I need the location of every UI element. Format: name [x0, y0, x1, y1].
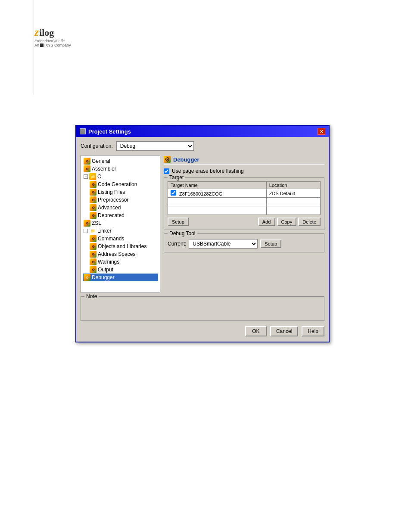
tree-item-assembler[interactable]: ⚙ Assembler: [83, 165, 158, 173]
tree-item-preprocessor[interactable]: ⚙ Preprocessor: [83, 196, 158, 204]
gear-icon: ⚙: [84, 274, 90, 281]
page-erase-checkbox[interactable]: [164, 168, 169, 174]
debugger-header: ⚙ Debugger: [164, 155, 324, 165]
tree-label-assembler: Assembler: [92, 166, 116, 172]
logo-area: z ilog Embedded in Life An IXYS Company: [34, 26, 71, 47]
tree-label-warnings: Warnings: [98, 259, 119, 265]
tree-item-address-spaces[interactable]: ⚙ Address Spaces: [83, 250, 158, 258]
checkbox-label: Use page erase before flashing: [172, 168, 244, 174]
debug-tool-row: Current: USBSmartCable Other Setup: [168, 237, 321, 249]
config-row: Configuration: Debug Release: [81, 141, 324, 151]
debugger-panel: ⚙ Debugger Use page erase before flashin…: [164, 155, 324, 293]
tree-label-deprecated: Deprecated: [98, 212, 125, 218]
debugger-icon: ⚙: [164, 156, 171, 163]
note-legend: Note: [84, 293, 99, 299]
gear-icon: ⚙: [84, 158, 90, 165]
tree-item-general[interactable]: ⚙ General: [83, 157, 158, 165]
tree-item-output[interactable]: ⚙ Output: [83, 266, 158, 274]
gear-icon: ⚙: [90, 251, 97, 258]
copy-button[interactable]: Copy: [277, 218, 297, 226]
dialog-body: Configuration: Debug Release ⚙ General ⚙…: [76, 137, 329, 342]
tree-label-preprocessor: Preprocessor: [98, 197, 128, 203]
tree-panel: ⚙ General ⚙ Assembler − 📁 C ⚙ Code Gener…: [81, 155, 160, 293]
tree-item-listing-files[interactable]: ⚙ Listing Files: [83, 188, 158, 196]
tree-label-linker: Linker: [97, 228, 112, 234]
tree-item-debugger[interactable]: ⚙ Debugger: [83, 274, 158, 281]
tree-label-c: C: [97, 174, 101, 180]
tree-item-c[interactable]: − 📁 C: [83, 173, 158, 180]
ixys-box-icon: [40, 44, 44, 47]
gear-icon: ⚙: [84, 165, 90, 172]
current-label: Current:: [168, 241, 186, 247]
close-button[interactable]: ✕: [318, 128, 325, 135]
tree-item-objects-libs[interactable]: ⚙ Objects and Libraries: [83, 243, 158, 250]
table-row[interactable]: Z8F16800128ZCOG ZDS Default: [168, 189, 321, 198]
add-button[interactable]: Add: [258, 218, 275, 226]
debug-tool-setup-button[interactable]: Setup: [260, 240, 281, 248]
help-button[interactable]: Help: [302, 326, 324, 336]
col-location: Location: [266, 182, 320, 189]
logo-ilog: ilog: [39, 27, 54, 38]
collapse-icon[interactable]: −: [84, 174, 88, 179]
col-target-name: Target Name: [168, 182, 267, 189]
tree-label-listing-files: Listing Files: [98, 189, 125, 195]
checkbox-row: Use page erase before flashing: [164, 168, 324, 174]
gear-icon: ⚙: [90, 243, 97, 250]
gear-icon: ⚙: [90, 235, 97, 242]
collapse-icon[interactable]: −: [84, 229, 88, 233]
target-row-checkbox[interactable]: [171, 190, 176, 196]
tree-item-zsl[interactable]: ⚙ ZSL: [83, 219, 158, 227]
gear-icon: ⚙: [90, 189, 97, 196]
target-legend: Target: [168, 174, 185, 180]
note-area: Note: [81, 296, 324, 321]
tree-item-commands[interactable]: ⚙ Commands: [83, 235, 158, 243]
target-name-value: Z8F16800128ZCOG: [179, 191, 222, 196]
config-select[interactable]: Debug Release: [116, 141, 194, 151]
logo-z: z: [34, 26, 39, 39]
delete-button[interactable]: Delete: [298, 218, 321, 226]
tree-label-debugger: Debugger: [92, 274, 115, 280]
folder-icon: 📁: [89, 227, 96, 234]
debug-tool-legend: Debug Tool: [168, 230, 197, 236]
dialog-icon: [80, 128, 86, 134]
dialog-titlebar: Project Settings ✕: [76, 126, 329, 137]
target-group-box: Target Target Name Location: [164, 177, 324, 230]
tree-item-warnings[interactable]: ⚙ Warnings: [83, 258, 158, 266]
tree-item-code-gen[interactable]: ⚙ Code Generation: [83, 180, 158, 188]
tree-item-deprecated[interactable]: ⚙ Deprecated: [83, 212, 158, 219]
tree-label-objects-libs: Objects and Libraries: [98, 243, 146, 249]
target-btn-row: Setup Add Copy Delete: [168, 218, 321, 226]
target-table: Target Name Location Z8F16800128ZCOG ZDS: [168, 181, 321, 215]
folder-icon: 📁: [89, 173, 96, 180]
project-settings-dialog: Project Settings ✕ Configuration: Debug …: [75, 125, 330, 342]
tree-label-general: General: [92, 158, 110, 164]
config-label: Configuration:: [81, 143, 113, 149]
ok-button[interactable]: OK: [245, 326, 267, 336]
gear-icon: ⚙: [90, 258, 97, 265]
tree-item-linker[interactable]: − 📁 Linker: [83, 227, 158, 235]
main-content: ⚙ General ⚙ Assembler − 📁 C ⚙ Code Gener…: [81, 155, 324, 293]
setup-button[interactable]: Setup: [168, 218, 189, 226]
gear-icon: ⚙: [90, 181, 97, 188]
tree-label-commands: Commands: [98, 236, 124, 242]
debug-tool-select[interactable]: USBSmartCable Other: [189, 239, 258, 249]
gear-icon: ⚙: [84, 220, 90, 227]
cancel-button[interactable]: Cancel: [270, 326, 298, 336]
dialog-title: Project Settings: [88, 128, 131, 135]
table-row-empty2: [168, 206, 321, 215]
target-location-cell: ZDS Default: [266, 189, 320, 198]
gear-icon: ⚙: [90, 212, 97, 219]
gear-icon: ⚙: [90, 266, 97, 273]
titlebar-left: Project Settings: [80, 128, 131, 135]
tree-label-address-spaces: Address Spaces: [98, 251, 135, 257]
vertical-line: [34, 0, 34, 95]
note-content: [81, 297, 324, 320]
target-name-cell: Z8F16800128ZCOG: [168, 189, 267, 198]
tree-label-output: Output: [98, 267, 113, 273]
gear-icon: ⚙: [90, 204, 97, 211]
tree-label-code-gen: Code Generation: [98, 181, 137, 187]
logo-tagline: Embedded in Life: [34, 39, 71, 43]
tree-item-advanced[interactable]: ⚙ Advanced: [83, 204, 158, 212]
bottom-buttons: OK Cancel Help: [81, 324, 324, 337]
table-row-empty: [168, 198, 321, 206]
